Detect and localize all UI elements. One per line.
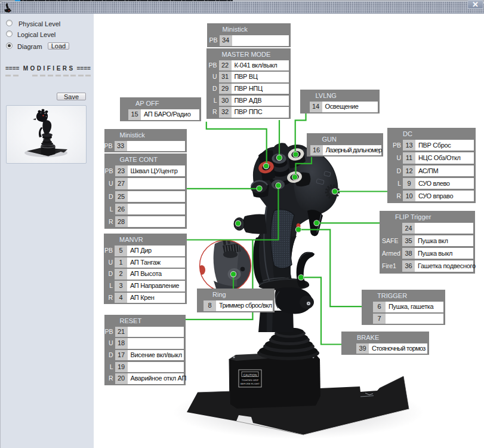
svg-text:CAUTION: CAUTION bbox=[243, 373, 257, 377]
svg-text:BEFORE FLIGHT: BEFORE FLIGHT bbox=[241, 382, 260, 385]
svg-text:TIGHTEN GRIP: TIGHTEN GRIP bbox=[242, 379, 259, 382]
